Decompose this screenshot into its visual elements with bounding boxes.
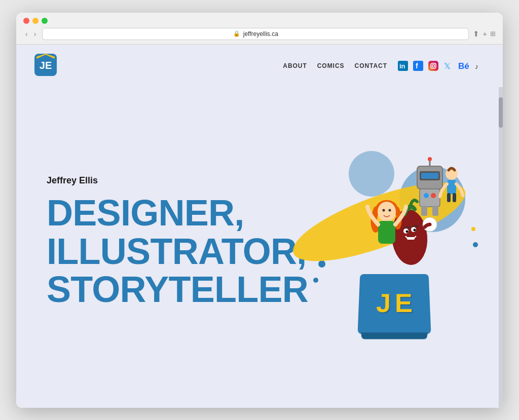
hero-illustration: J E <box>308 136 480 349</box>
hero-headline: DESIGNER, ILLUSTRATOR, STORYTELLER <box>47 194 308 309</box>
site-nav: JE ABOUT COMICS CONTACT in f <box>16 45 503 87</box>
nav-link-comics[interactable]: COMICS <box>317 62 345 69</box>
svg-point-33 <box>431 193 436 198</box>
toolbar-actions: ⬆ + ⊞ <box>473 29 496 39</box>
svg-rect-5 <box>413 61 423 71</box>
svg-rect-35 <box>432 206 438 216</box>
headline-line2: ILLUSTRATOR, <box>47 233 308 271</box>
svg-rect-38 <box>447 193 451 202</box>
headline-line1: DESIGNER, <box>47 194 308 233</box>
svg-rect-28 <box>421 173 438 179</box>
svg-rect-7 <box>428 61 438 71</box>
svg-text:f: f <box>416 62 418 70</box>
social-icons: in f <box>397 60 485 71</box>
minimize-button[interactable] <box>32 18 39 24</box>
je-letter-j: J <box>376 288 391 318</box>
svg-point-30 <box>428 157 432 161</box>
svg-text:Bé: Bé <box>458 61 469 71</box>
nav-buttons: ‹ › <box>23 29 38 39</box>
browser-toolbar: ‹ › 🔒 jeffreyellis.ca ⬆ + ⊞ <box>23 28 496 40</box>
behance-icon[interactable]: Bé <box>458 60 469 71</box>
characters-svg <box>331 136 473 288</box>
website-content: JE ABOUT COMICS CONTACT in f <box>16 45 503 408</box>
scrollbar[interactable] <box>499 87 503 408</box>
traffic-lights <box>23 18 496 24</box>
characters <box>323 146 480 288</box>
url-text: jeffreyellis.ca <box>243 30 278 37</box>
twitter-icon[interactable]: 𝕏 <box>443 60 454 71</box>
site-logo[interactable]: JE <box>34 54 57 78</box>
grid-icon[interactable]: ⊞ <box>490 30 496 37</box>
browser-chrome: ‹ › 🔒 jeffreyellis.ca ⬆ + ⊞ <box>16 13 503 45</box>
hero-section: Jeffrey Ellis DESIGNER, ILLUSTRATOR, STO… <box>16 87 503 408</box>
hero-text: Jeffrey Ellis DESIGNER, ILLUSTRATOR, STO… <box>47 175 308 309</box>
svg-text:♪: ♪ <box>475 62 478 70</box>
maximize-button[interactable] <box>42 18 48 24</box>
nav-links: ABOUT COMICS CONTACT <box>283 62 387 69</box>
share-icon[interactable]: ⬆ <box>473 29 479 39</box>
tiktok-icon[interactable]: ♪ <box>473 60 485 71</box>
forward-button[interactable]: › <box>32 29 39 39</box>
instagram-icon[interactable] <box>428 60 439 71</box>
svg-point-36 <box>446 168 458 180</box>
svg-point-18 <box>414 229 416 232</box>
svg-point-24 <box>389 209 391 212</box>
dot-2 <box>313 278 318 283</box>
svg-rect-39 <box>453 193 456 202</box>
svg-text:JE: JE <box>40 60 52 71</box>
je-letter-e: E <box>395 288 413 318</box>
svg-rect-19 <box>407 237 415 240</box>
svg-point-32 <box>424 193 429 198</box>
svg-rect-25 <box>378 221 395 244</box>
nav-link-about[interactable]: ABOUT <box>283 62 307 69</box>
browser-window: ‹ › 🔒 jeffreyellis.ca ⬆ + ⊞ JE <box>16 13 503 408</box>
linkedin-icon[interactable]: in <box>397 60 409 71</box>
lock-icon: 🔒 <box>233 30 240 37</box>
close-button[interactable] <box>23 18 29 24</box>
scrollbar-thumb[interactable] <box>499 97 503 128</box>
headline-line3: STORYTELLER <box>47 271 308 309</box>
svg-text:𝕏: 𝕏 <box>444 62 451 70</box>
facebook-icon[interactable]: f <box>413 60 424 71</box>
svg-point-10 <box>435 63 436 64</box>
svg-rect-34 <box>421 206 427 216</box>
new-tab-icon[interactable]: + <box>483 29 487 38</box>
svg-point-22 <box>378 202 396 222</box>
svg-point-17 <box>406 231 409 233</box>
nav-right: ABOUT COMICS CONTACT in f <box>283 60 485 71</box>
nav-link-contact[interactable]: CONTACT <box>355 62 388 69</box>
svg-point-23 <box>383 209 385 212</box>
hero-name: Jeffrey Ellis <box>47 175 308 186</box>
logo-svg: JE <box>34 54 57 76</box>
back-button[interactable]: ‹ <box>23 29 30 39</box>
svg-rect-37 <box>447 180 456 194</box>
je-box-bottom <box>361 332 428 339</box>
svg-text:in: in <box>399 62 405 70</box>
svg-rect-31 <box>420 189 440 207</box>
address-bar[interactable]: 🔒 jeffreyellis.ca <box>42 28 469 40</box>
